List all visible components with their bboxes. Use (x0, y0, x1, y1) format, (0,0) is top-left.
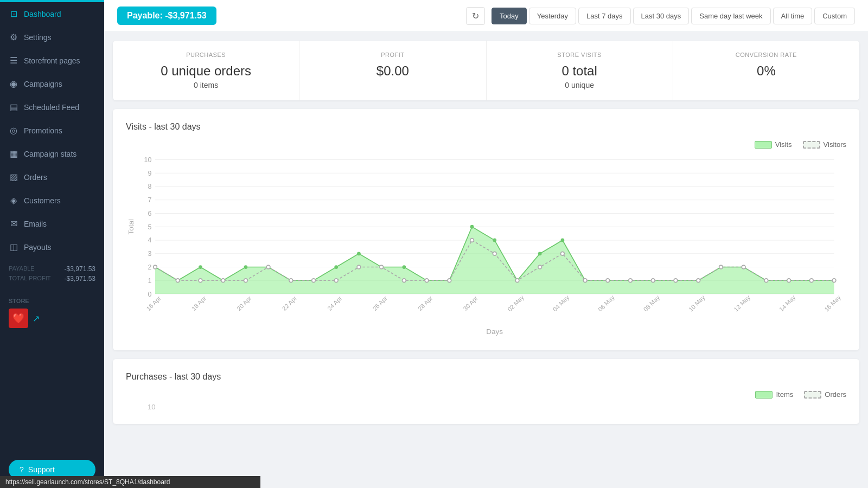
svg-point-72 (538, 265, 542, 269)
svg-point-70 (493, 252, 496, 255)
svg-text:1: 1 (148, 277, 151, 285)
sidebar-label-dashboard: Dashboard (24, 10, 61, 18)
svg-point-33 (357, 252, 361, 255)
date-btn-same-day-last-week[interactable]: Same day last week (691, 8, 770, 24)
sidebar-label-campaign-stats: Campaign stats (24, 150, 76, 158)
sidebar-item-campaign-stats[interactable]: ▦ Campaign stats (0, 142, 104, 165)
svg-point-84 (809, 279, 813, 282)
total-profit-value: -$3,971.53 (65, 275, 95, 282)
svg-text:30 Apr: 30 Apr (462, 295, 479, 312)
svg-text:Days: Days (486, 328, 503, 336)
svg-point-85 (832, 279, 836, 282)
svg-point-64 (357, 265, 361, 269)
stat-conversion: CONVERSION RATE 0% (673, 41, 859, 100)
topbar: Payable: -$3,971.53 ↻ TodayYesterdayLast… (104, 0, 868, 32)
stat-conversion-main: 0% (686, 63, 846, 79)
purchases-chart-y-max: 10 (126, 403, 846, 411)
emails-icon: ✉ (9, 219, 18, 229)
sidebar-item-promotions[interactable]: ◎ Promotions (0, 119, 104, 142)
sidebar-item-orders[interactable]: ▨ Orders (0, 165, 104, 189)
svg-point-69 (470, 239, 474, 242)
svg-point-68 (448, 279, 451, 282)
store-external-link-icon[interactable]: ↗ (33, 313, 40, 324)
svg-point-35 (403, 265, 406, 269)
svg-text:2: 2 (148, 264, 151, 271)
svg-point-65 (380, 265, 384, 269)
payable-badge: Payable: -$3,971.53 (117, 7, 216, 25)
legend-visitors-icon (803, 141, 820, 149)
svg-point-73 (561, 252, 565, 255)
date-btn-today[interactable]: Today (492, 8, 527, 24)
svg-point-78 (674, 279, 678, 282)
svg-point-71 (515, 279, 519, 282)
svg-point-80 (719, 265, 723, 269)
sidebar-item-storefront-pages[interactable]: ☰ Storefront pages (0, 49, 104, 72)
svg-text:22 Apr: 22 Apr (281, 295, 298, 312)
purchases-chart-title: Purchases - last 30 days (126, 372, 846, 382)
legend-visits: Visits (755, 140, 792, 149)
sidebar-label-scheduled-feed: Scheduled Feed (24, 103, 79, 112)
svg-point-58 (221, 279, 225, 282)
svg-text:0: 0 (148, 291, 151, 298)
svg-text:8: 8 (148, 183, 151, 190)
stat-visits-label: STORE VISITS (500, 52, 660, 58)
svg-text:04 May: 04 May (552, 294, 571, 313)
date-btn-custom[interactable]: Custom (814, 8, 855, 24)
support-icon: ? (20, 465, 24, 474)
campaigns-icon: ◉ (9, 79, 18, 89)
svg-text:24 Apr: 24 Apr (326, 295, 343, 312)
svg-point-81 (742, 265, 745, 269)
sidebar-item-scheduled-feed[interactable]: ▤ Scheduled Feed (0, 95, 104, 119)
sidebar-label-customers: Customers (24, 196, 61, 205)
payouts-icon: ◫ (9, 242, 18, 252)
stat-profit-label: PROFIT (312, 52, 473, 58)
svg-point-26 (199, 265, 202, 269)
svg-point-76 (629, 279, 633, 282)
stat-profit-main: $0.00 (312, 63, 473, 79)
status-url: https://sell.gearlaunch.com/stores/ST_8Q… (5, 478, 170, 486)
svg-point-67 (425, 279, 429, 282)
svg-point-55 (154, 265, 157, 269)
sidebar-label-orders: Orders (24, 173, 47, 182)
legend-orders-icon (804, 391, 821, 399)
refresh-button[interactable]: ↻ (466, 7, 485, 25)
date-btn-last-7-days[interactable]: Last 7 days (578, 8, 631, 24)
dashboard-icon: ⊡ (9, 9, 18, 19)
svg-text:3: 3 (148, 250, 151, 258)
sidebar-label-storefront-pages: Storefront pages (24, 56, 80, 65)
svg-point-42 (561, 239, 565, 242)
stat-purchases-sub: 0 items (126, 81, 286, 89)
svg-text:6: 6 (148, 210, 151, 217)
visits-chart-legend: Visits Visitors (126, 140, 846, 149)
svg-point-66 (403, 279, 406, 282)
sidebar-item-campaigns[interactable]: ◉ Campaigns (0, 72, 104, 95)
stats-row: PURCHASES 0 unique orders 0 items PROFIT… (113, 41, 859, 100)
svg-text:26 Apr: 26 Apr (372, 295, 389, 312)
storefront-pages-icon: ☰ (9, 55, 18, 66)
orders-icon: ▨ (9, 172, 18, 182)
date-btn-all-time[interactable]: All time (773, 8, 813, 24)
sidebar-label-settings: Settings (24, 33, 52, 42)
svg-point-39 (493, 239, 496, 242)
sidebar-item-settings[interactable]: ⚙ Settings (0, 25, 104, 49)
date-btn-last-30-days[interactable]: Last 30 days (633, 8, 690, 24)
total-profit-label: TOTAL PROFIT (9, 275, 50, 282)
sidebar-store-section: STORE ❤️ ↗ (0, 291, 104, 335)
sidebar-item-customers[interactable]: ◈ Customers (0, 189, 104, 212)
date-btn-yesterday[interactable]: Yesterday (529, 8, 576, 24)
visits-chart-svg: 012345678910TotalDays16 Apr18 Apr20 Apr2… (126, 153, 846, 337)
sidebar-item-emails[interactable]: ✉ Emails (0, 212, 104, 235)
sidebar-item-payouts[interactable]: ◫ Payouts (0, 235, 104, 259)
purchases-chart-legend: Items Orders (126, 390, 846, 399)
sidebar-item-dashboard[interactable]: ⊡ Dashboard (0, 2, 104, 25)
svg-text:18 Apr: 18 Apr (190, 295, 208, 312)
stat-store-visits: STORE VISITS 0 total 0 unique (487, 41, 673, 100)
svg-text:5: 5 (148, 223, 151, 231)
svg-point-83 (787, 279, 791, 282)
payable-value: -$3,971.53 (65, 265, 95, 273)
legend-items-label: Items (776, 390, 793, 399)
stat-purchases-main: 0 unique orders (126, 63, 286, 79)
sidebar-label-campaigns: Campaigns (24, 80, 62, 88)
visits-chart-title: Visits - last 30 days (126, 122, 846, 132)
status-bar: https://sell.gearlaunch.com/stores/ST_8Q… (0, 476, 260, 488)
